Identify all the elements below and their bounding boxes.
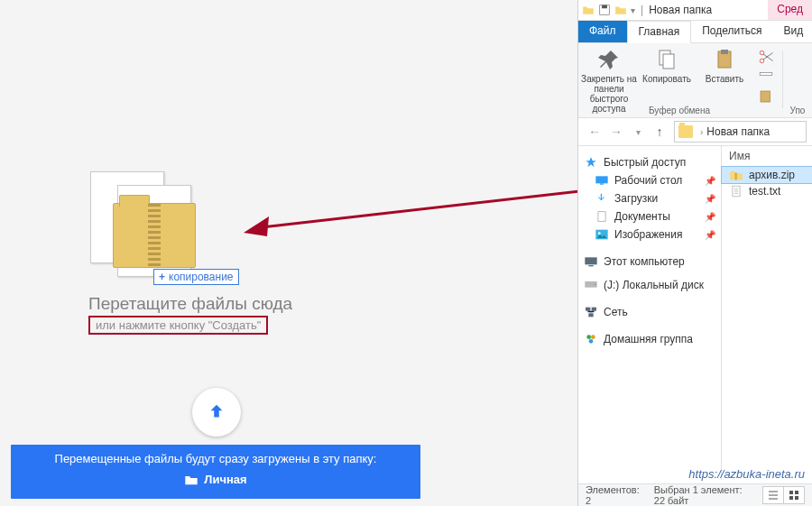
svg-rect-33 xyxy=(795,491,798,494)
paste-button[interactable]: Вставить xyxy=(696,47,753,105)
drop-title: Перетащите файлы сюда xyxy=(88,294,292,314)
pin-icon: 📌 xyxy=(705,230,715,240)
svg-rect-7 xyxy=(721,50,728,54)
titlebar: ▾ | Новая папка Сред xyxy=(578,0,812,21)
address-bar: ← → ▾ ↑ › Новая папка xyxy=(578,118,812,146)
save-icon[interactable] xyxy=(598,4,611,16)
svg-rect-14 xyxy=(598,212,605,222)
svg-rect-10 xyxy=(760,73,772,76)
upload-button[interactable] xyxy=(192,388,241,437)
upload-arrow-icon xyxy=(207,402,226,422)
navigation-pane: Быстрый доступ Рабочий стол 📌 Загрузки 📌 xyxy=(578,146,722,480)
svg-point-26 xyxy=(589,339,594,344)
download-icon xyxy=(595,192,609,205)
svg-rect-13 xyxy=(600,183,604,184)
nav-documents[interactable]: Документы 📌 xyxy=(582,207,717,225)
drive-icon xyxy=(584,279,598,291)
nav-pictures[interactable]: Изображения 📌 xyxy=(582,225,717,244)
zip-file-icon xyxy=(729,169,743,181)
tab-share[interactable]: Поделиться xyxy=(691,21,772,42)
nav-recent-button[interactable]: ▾ xyxy=(627,121,649,143)
drive-drop-pane: копирование Перетащите файлы сюда или на… xyxy=(0,0,577,506)
pin-icon: 📌 xyxy=(705,176,715,186)
view-icons-button[interactable] xyxy=(783,486,805,504)
svg-rect-22 xyxy=(592,308,596,311)
copy-cursor-badge: копирование xyxy=(153,269,239,285)
column-header-name[interactable]: Имя xyxy=(722,146,812,167)
nav-back-button[interactable]: ← xyxy=(584,121,605,143)
svg-rect-5 xyxy=(663,54,674,69)
copy-button[interactable]: Копировать xyxy=(638,47,696,105)
svg-point-16 xyxy=(598,232,601,235)
status-selection: Выбран 1 элемент: 22 байт xyxy=(654,484,749,506)
drop-subtitle: или нажмите кнопку "Создать" xyxy=(90,317,266,333)
svg-rect-21 xyxy=(586,308,590,311)
file-name: архив.zip xyxy=(749,169,795,181)
copy-path-button[interactable] xyxy=(753,69,779,87)
status-bar: Элементов: 2 Выбран 1 элемент: 22 байт xyxy=(578,483,812,506)
svg-rect-32 xyxy=(789,491,793,494)
svg-point-20 xyxy=(595,284,595,285)
copy-icon xyxy=(656,49,678,70)
qat-chevron-icon[interactable]: ▾ xyxy=(631,5,635,15)
contextual-tab[interactable]: Сред xyxy=(768,0,812,20)
svg-point-25 xyxy=(591,335,595,339)
folder-icon xyxy=(184,474,198,486)
folder-open-icon[interactable] xyxy=(614,4,627,16)
nav-downloads[interactable]: Загрузки 📌 xyxy=(582,189,717,207)
view-details-button[interactable] xyxy=(762,486,784,504)
tab-home[interactable]: Главная xyxy=(627,21,692,43)
nav-network[interactable]: Сеть xyxy=(582,303,717,321)
nav-this-pc[interactable]: Этот компьютер xyxy=(582,253,717,271)
svg-rect-17 xyxy=(585,257,596,264)
chevron-right-icon[interactable]: › xyxy=(700,127,703,137)
pin-to-quick-access-button[interactable]: Закрепить на панели быстрого доступа xyxy=(580,47,638,105)
ribbon: Закрепить на панели быстрого доступа Коп… xyxy=(578,43,812,118)
file-explorer-window: ▾ | Новая папка Сред Файл Главная Подели… xyxy=(577,0,812,506)
nav-desktop[interactable]: Рабочий стол 📌 xyxy=(582,171,717,189)
nav-drive-j[interactable]: (J:) Локальный диск xyxy=(582,276,717,294)
nav-up-button[interactable]: ↑ xyxy=(649,121,670,143)
cut-button[interactable] xyxy=(753,49,779,67)
tab-file[interactable]: Файл xyxy=(578,21,627,42)
ribbon-tabs: Файл Главная Поделиться Вид xyxy=(578,21,812,43)
paste-shortcut-button[interactable] xyxy=(753,88,779,106)
paste-icon xyxy=(714,49,735,70)
svg-rect-23 xyxy=(588,313,593,317)
pin-icon: 📌 xyxy=(705,212,715,222)
nav-quick-access[interactable]: Быстрый доступ xyxy=(582,153,717,171)
svg-rect-27 xyxy=(735,172,737,179)
upload-destination-banner: Перемещенные файлы будут сразу загружены… xyxy=(11,445,420,499)
tab-view[interactable]: Вид xyxy=(772,21,812,42)
file-row-zip[interactable]: архив.zip xyxy=(722,167,812,183)
svg-rect-11 xyxy=(761,91,770,102)
watermark: https://azbuka-ineta.ru xyxy=(688,467,805,481)
banner-text: Перемещенные файлы будут сразу загружены… xyxy=(11,452,420,465)
network-icon xyxy=(584,306,598,318)
nav-homegroup[interactable]: Домашняя группа xyxy=(582,330,717,348)
window-title: Новая папка xyxy=(649,4,712,16)
ribbon-group-organize-label: Упо xyxy=(787,106,808,115)
file-list: Имя архив.zip test.txt xyxy=(722,146,812,480)
computer-icon xyxy=(584,255,598,268)
desktop-icon xyxy=(595,174,609,187)
banner-folder-name: Личная xyxy=(204,473,246,486)
svg-rect-3 xyxy=(602,5,607,9)
shortcut-icon xyxy=(758,88,774,105)
star-icon xyxy=(584,156,598,169)
pin-icon xyxy=(598,49,620,70)
nav-forward-button: → xyxy=(605,121,627,143)
file-row-txt[interactable]: test.txt xyxy=(722,183,812,199)
scissors-icon xyxy=(758,49,774,65)
zip-folder-icon xyxy=(113,203,196,268)
file-name: test.txt xyxy=(749,185,780,198)
breadcrumb-segment[interactable]: Новая папка xyxy=(706,125,770,138)
path-icon xyxy=(758,69,774,85)
documents-icon xyxy=(595,210,609,223)
ribbon-group-clipboard-label: Буфер обмена xyxy=(580,106,779,115)
svg-rect-35 xyxy=(795,496,798,500)
breadcrumb[interactable]: › Новая папка xyxy=(674,121,807,143)
txt-file-icon xyxy=(729,185,743,198)
pictures-icon xyxy=(595,228,609,241)
status-item-count: Элементов: 2 xyxy=(586,484,640,506)
